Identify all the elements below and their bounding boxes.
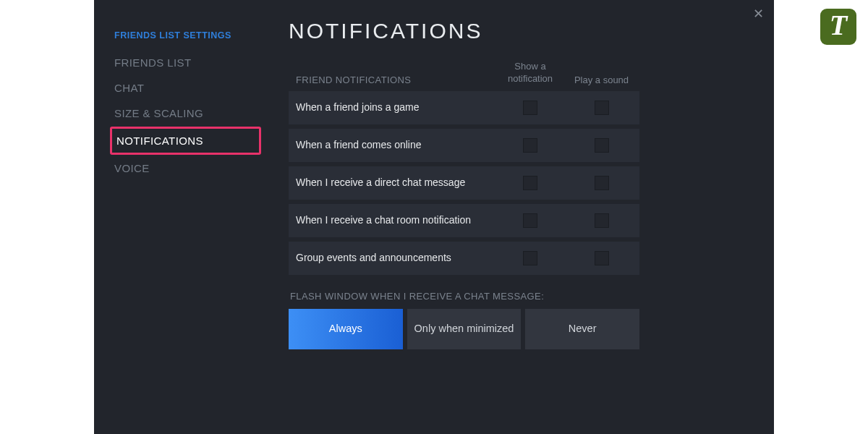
flash-option-never[interactable]: Never	[525, 309, 639, 349]
row-label: Group events and announcements	[289, 251, 497, 265]
checkbox-play-sound[interactable]	[595, 251, 609, 265]
table-row: When a friend comes online	[289, 129, 639, 162]
page-title: NOTIFICATIONS	[289, 19, 745, 43]
checkbox-show-notification[interactable]	[523, 101, 537, 115]
checkbox-play-sound[interactable]	[595, 176, 609, 190]
flash-window-label: FLASH WINDOW WHEN I RECEIVE A CHAT MESSA…	[289, 291, 639, 302]
column-header-sound: Play a sound	[563, 75, 639, 85]
main-content: NOTIFICATIONS FRIEND NOTIFICATIONS Show …	[271, 0, 774, 434]
flash-window-options: Always Only when minimized Never	[289, 309, 639, 349]
column-header-show: Show a notification	[497, 61, 563, 85]
sidebar-title: FRIENDS LIST SETTINGS	[110, 30, 264, 41]
table-header: FRIEND NOTIFICATIONS Show a notification…	[289, 61, 639, 91]
table-row: When I receive a chat room notification	[289, 204, 639, 237]
sidebar-item-label: VOICE	[114, 162, 150, 174]
flash-window-section: FLASH WINDOW WHEN I RECEIVE A CHAT MESSA…	[289, 291, 639, 349]
brand-logo-badge: T	[820, 9, 856, 45]
close-icon[interactable]: ✕	[753, 7, 764, 20]
row-label: When I receive a direct chat message	[289, 176, 497, 190]
sidebar-item-label: SIZE & SCALING	[114, 107, 203, 119]
sidebar-item-label: CHAT	[114, 82, 144, 94]
table-row: When a friend joins a game	[289, 91, 639, 124]
checkbox-show-notification[interactable]	[523, 251, 537, 265]
flash-option-always[interactable]: Always	[289, 309, 403, 349]
row-label: When a friend comes online	[289, 138, 497, 152]
brand-logo-letter: T	[830, 11, 847, 40]
flash-option-label: Never	[569, 322, 597, 336]
sidebar-item-notifications[interactable]: NOTIFICATIONS	[110, 127, 261, 155]
checkbox-play-sound[interactable]	[595, 213, 609, 228]
column-header-section: FRIEND NOTIFICATIONS	[289, 75, 497, 85]
table-row: Group events and announcements	[289, 242, 639, 275]
flash-option-label: Always	[329, 322, 362, 336]
checkbox-show-notification[interactable]	[523, 138, 537, 153]
sidebar-item-label: FRIENDS LIST	[114, 56, 191, 69]
notifications-table: FRIEND NOTIFICATIONS Show a notification…	[289, 61, 639, 275]
sidebar-item-chat[interactable]: CHAT	[110, 76, 264, 100]
table-row: When I receive a direct chat message	[289, 166, 639, 200]
sidebar: FRIENDS LIST SETTINGS FRIENDS LIST CHAT …	[94, 0, 271, 434]
row-label: When I receive a chat room notification	[289, 213, 497, 227]
checkbox-play-sound[interactable]	[595, 101, 609, 115]
settings-window: ✕ FRIENDS LIST SETTINGS FRIENDS LIST CHA…	[94, 0, 774, 434]
sidebar-item-friends-list[interactable]: FRIENDS LIST	[110, 51, 264, 75]
row-label: When a friend joins a game	[289, 101, 497, 114]
checkbox-show-notification[interactable]	[523, 176, 537, 190]
flash-option-label: Only when minimized	[414, 322, 514, 336]
checkbox-play-sound[interactable]	[595, 138, 609, 153]
sidebar-item-size-scaling[interactable]: SIZE & SCALING	[110, 101, 264, 125]
sidebar-item-label: NOTIFICATIONS	[116, 135, 203, 147]
checkbox-show-notification[interactable]	[523, 213, 537, 228]
flash-option-only-minimized[interactable]: Only when minimized	[407, 309, 522, 349]
sidebar-item-voice[interactable]: VOICE	[110, 156, 264, 180]
